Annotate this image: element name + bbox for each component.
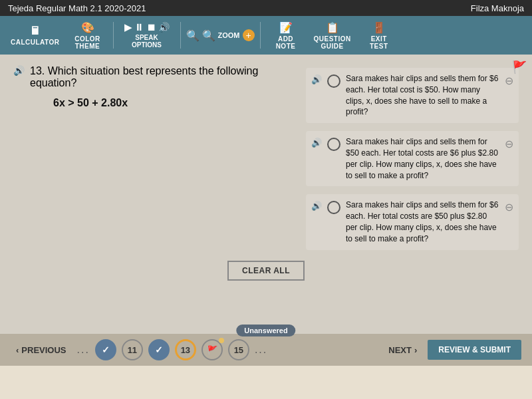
check-icon-10: ✓: [102, 344, 110, 355]
exit-test-button[interactable]: 🚪 EXIT TEST: [359, 19, 399, 53]
color-theme-button[interactable]: 🎨 COLOR THEME: [68, 19, 108, 53]
page-button-12[interactable]: ✓: [148, 339, 170, 360]
option-b-text: Sara makes hair clips and sells them for…: [346, 136, 499, 181]
clear-all-button[interactable]: CLEAR ALL: [227, 261, 305, 281]
exit-icon: 🚪: [372, 21, 386, 34]
next-button[interactable]: NEXT ›: [383, 342, 422, 358]
question-area: 🔊 13. Which situation best represents th…: [13, 65, 519, 250]
title-bar: Tejeda Regular Math 2.1 2020-2021 Filza …: [0, 0, 532, 16]
zoom-in-icon[interactable]: 🔍: [202, 29, 215, 42]
option-c-audio-icon[interactable]: 🔊: [311, 201, 322, 211]
option-row-a: 🔊 Sara makes hair clips and sells them f…: [306, 68, 519, 123]
option-row-c: 🔊 Sara makes hair clips and sells them f…: [306, 194, 519, 249]
page-button-15[interactable]: 15: [228, 339, 249, 360]
equation: 6x > 50 + 2.80x: [53, 97, 293, 109]
bottom-nav: Unanswered ‹ PREVIOUS ... ✓ 11 ✓ 13 🚩 15…: [0, 334, 532, 366]
question-body: Which situation best represents the foll…: [30, 65, 258, 88]
zoom-out-icon[interactable]: 🔍: [186, 29, 200, 42]
flag-small-icon: 🚩: [207, 345, 217, 355]
divider-2: [180, 22, 181, 49]
left-title: Tejeda Regular Math 2.1 2020-2021: [8, 3, 146, 13]
page-button-13[interactable]: 13: [175, 339, 196, 360]
volume-icon[interactable]: 🔊: [158, 22, 170, 33]
previous-label: PREVIOUS: [21, 345, 66, 355]
question-left: 🔊 13. Which situation best represents th…: [13, 65, 293, 250]
question-guide-button[interactable]: 📋 QUESTION GUIDE: [309, 19, 356, 53]
question-guide-icon: 📋: [326, 21, 339, 34]
calculator-button[interactable]: 🖩 CALCULATOR: [5, 23, 65, 49]
page-button-11[interactable]: 11: [122, 339, 143, 360]
divider-3: [260, 22, 261, 49]
review-submit-button[interactable]: REVIEW & SUBMIT: [428, 340, 521, 360]
option-a-radio[interactable]: [327, 74, 340, 88]
stop-icon[interactable]: ⏹: [146, 22, 156, 33]
right-title: Filza Maknoja: [471, 3, 524, 13]
option-c-text: Sara makes hair clips and sells them for…: [346, 200, 499, 244]
play-icon[interactable]: ▶: [124, 22, 132, 33]
speak-options-section: ▶ ⏸ ⏹ 🔊 SPEAK OPTIONS: [119, 19, 175, 51]
clear-all-area: CLEAR ALL: [13, 261, 519, 281]
chevron-left-icon: ‹: [16, 345, 19, 355]
calculator-icon: 🖩: [30, 25, 41, 37]
question-header: 🔊 13. Which situation best represents th…: [13, 65, 293, 89]
chevron-right-icon: ›: [414, 345, 417, 355]
add-note-button[interactable]: 📝 ADD NOTE: [266, 19, 306, 53]
option-b-radio[interactable]: [327, 138, 340, 151]
dots-right: ...: [255, 344, 267, 356]
option-c-radio[interactable]: [327, 201, 340, 214]
options-area: 🔊 Sara makes hair clips and sells them f…: [306, 68, 519, 250]
option-c-minus-icon[interactable]: ⊖: [505, 201, 513, 213]
zoom-section: 🔍 🔍 ZOOM +: [186, 29, 255, 42]
page-button-10[interactable]: ✓: [95, 339, 116, 360]
toolbar: 🖩 CALCULATOR 🎨 COLOR THEME ▶ ⏸ ⏹ 🔊 SPEAK…: [0, 16, 532, 55]
option-a-minus-icon[interactable]: ⊖: [505, 74, 513, 87]
color-theme-icon: 🎨: [81, 21, 94, 34]
option-b-minus-icon[interactable]: ⊖: [505, 138, 513, 150]
option-b-audio-icon[interactable]: 🔊: [311, 138, 322, 148]
content-area: 🚩 🔊 13. Which situation best represents …: [0, 55, 532, 334]
option-a-text: Sara makes hair clips and sells them for…: [346, 73, 499, 118]
option-a-audio-icon[interactable]: 🔊: [311, 74, 322, 84]
page-button-14[interactable]: 🚩: [201, 339, 223, 360]
next-label: NEXT: [388, 345, 412, 355]
divider-1: [113, 22, 114, 49]
pause-icon[interactable]: ⏸: [134, 22, 144, 33]
unanswered-badge: Unanswered: [236, 325, 295, 336]
flag-icon[interactable]: 🚩: [512, 60, 527, 74]
check-icon-12: ✓: [155, 344, 163, 355]
previous-button[interactable]: ‹ PREVIOUS: [11, 342, 72, 358]
dots-left: ...: [77, 344, 90, 356]
zoom-label: ZOOM: [218, 31, 240, 39]
zoom-plus-button[interactable]: +: [243, 29, 255, 41]
question-number: 13.: [30, 65, 45, 76]
option-row-b: 🔊 Sara makes hair clips and sells them f…: [306, 131, 519, 186]
question-text: 13. Which situation best represents the …: [30, 65, 293, 89]
speak-controls: ▶ ⏸ ⏹ 🔊: [124, 22, 170, 33]
options-label: OPTIONS: [132, 41, 162, 49]
question-audio-icon[interactable]: 🔊: [13, 65, 25, 76]
speak-label: SPEAK: [135, 34, 158, 41]
add-note-icon: 📝: [279, 21, 293, 34]
